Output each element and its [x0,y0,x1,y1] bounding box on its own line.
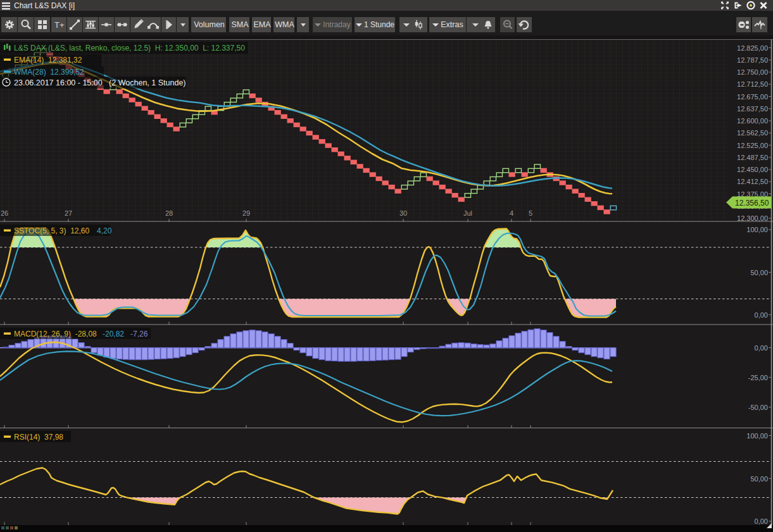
svg-text:100,00: 100,00 [746,432,768,440]
svg-text:30: 30 [399,209,407,217]
svg-text:MACD(12, 26, 9) -28,08: MACD(12, 26, 9) -28,08 [14,330,97,338]
svg-text:26: 26 [1,209,8,217]
svg-text:0,00: 0,00 [755,344,768,352]
svg-text:12.356,50: 12.356,50 [735,199,769,207]
svg-text:-50,00: -50,00 [748,404,768,411]
svg-text:Jul: Jul [463,209,472,217]
svg-text:27: 27 [65,209,72,217]
svg-text:12.487,50: 12.487,50 [737,154,768,161]
svg-text:12.637,50: 12.637,50 [737,105,768,113]
svg-text:-25,00: -25,00 [748,374,768,381]
svg-text:50,00: 50,00 [750,269,768,276]
svg-text:12.750,00: 12.750,00 [737,68,768,76]
svg-text:12.450,00: 12.450,00 [737,166,768,173]
svg-text:100,00: 100,00 [746,226,768,233]
svg-text:12.600,00: 12.600,00 [737,117,768,125]
svg-text:12.825,00: 12.825,00 [737,44,768,52]
svg-text:WMA(28) 12.399,52: WMA(28) 12.399,52 [14,68,84,77]
svg-text:12.675,00: 12.675,00 [737,93,768,101]
svg-text:-20,82: -20,82 [103,330,124,338]
svg-text:0,00: 0,00 [755,517,768,525]
svg-text:12.712,50: 12.712,50 [737,80,768,88]
svg-text:-7,26: -7,26 [130,330,148,338]
svg-text:L&S DAX (L&S, last, Renko, clo: L&S DAX (L&S, last, Renko, close, 12.5) … [14,44,245,53]
svg-text:23.06.2017 16:00 - 15:00 (2: 23.06.2017 16:00 - 15:00 (2 Wochen, 1 St… [14,78,186,87]
svg-text:50,00: 50,00 [750,475,768,483]
svg-text:5: 5 [529,209,532,217]
svg-text:29: 29 [242,209,250,217]
svg-text:EMA(14) 12.381,32: EMA(14) 12.381,32 [14,56,82,65]
svg-text:12.787,50: 12.787,50 [737,56,768,64]
svg-text:4,20: 4,20 [97,226,112,235]
svg-text:T+: T+ [54,20,65,30]
svg-text:12.562,50: 12.562,50 [737,129,768,137]
svg-text:4: 4 [510,209,513,217]
svg-text:12.525,00: 12.525,00 [737,142,768,149]
svg-text:SSTOC(5, 5, 3) 12,60: SSTOC(5, 5, 3) 12,60 [14,226,89,235]
svg-text:28: 28 [165,209,173,217]
svg-text:0,00: 0,00 [755,311,768,319]
svg-text:12.300,00: 12.300,00 [737,214,768,222]
svg-text:12.412,50: 12.412,50 [737,178,768,185]
svg-text:RSI(14) 37,98: RSI(14) 37,98 [14,433,63,442]
